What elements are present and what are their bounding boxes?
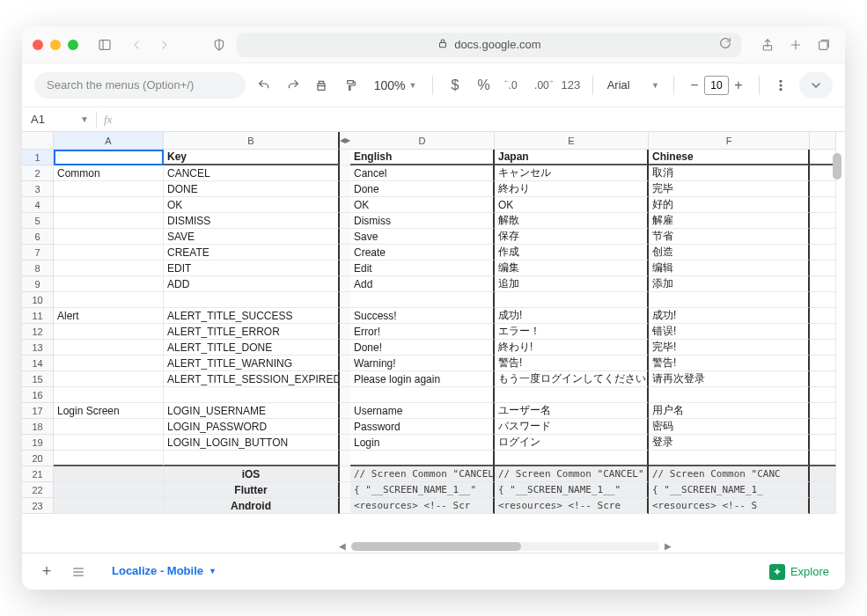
cell[interactable]: OK (495, 197, 649, 213)
more-toolbar-button[interactable] (770, 74, 792, 97)
cell[interactable]: 取消 (649, 165, 810, 181)
cell[interactable] (810, 229, 836, 245)
row-header[interactable]: 10 (22, 292, 54, 308)
cell[interactable]: LOGIN_LOGIN_BUTTON (164, 435, 340, 451)
cell[interactable] (164, 451, 340, 466)
cell[interactable]: 编辑 (649, 260, 810, 276)
cell[interactable]: 保存 (495, 229, 649, 245)
cell[interactable]: 好的 (649, 197, 810, 213)
cell[interactable] (54, 435, 164, 451)
row-header[interactable]: 6 (22, 229, 54, 245)
cell[interactable] (810, 197, 836, 213)
cell[interactable] (810, 451, 836, 466)
cell[interactable]: 解散 (495, 213, 649, 229)
cell[interactable]: <resources> <!-- Scr (350, 498, 495, 514)
cell[interactable] (810, 245, 836, 260)
scrollbar-thumb[interactable] (351, 542, 521, 551)
cell[interactable]: <resources> <!-- S (649, 498, 810, 514)
cell[interactable]: { "__SCREEN_NAME_1__" (350, 482, 495, 498)
cell[interactable] (810, 466, 836, 482)
cell[interactable] (54, 276, 164, 292)
privacy-shield-icon[interactable] (209, 34, 230, 55)
cell[interactable]: 登录 (649, 435, 810, 451)
cell[interactable]: Please login again (350, 371, 495, 387)
cell[interactable] (54, 245, 164, 260)
cell[interactable] (350, 387, 495, 403)
horizontal-scrollbar[interactable]: ◀ ▶ (351, 542, 659, 551)
cell[interactable]: // Screen Common "CANCEL" (495, 466, 649, 482)
cell[interactable]: 请再次登录 (649, 371, 810, 387)
column-header-G[interactable] (810, 132, 836, 150)
cell[interactable]: エラー！ (495, 324, 649, 340)
cell[interactable]: Done (350, 181, 495, 197)
cell[interactable] (810, 387, 836, 403)
row-header[interactable]: 14 (22, 356, 54, 371)
cell[interactable]: Edit (350, 260, 495, 276)
cell[interactable] (649, 292, 810, 308)
currency-format-button[interactable]: $ (444, 74, 466, 97)
cell[interactable] (649, 387, 810, 403)
cell[interactable]: ALERT_TITLE_ERROR (164, 324, 340, 340)
fullscreen-window-button[interactable] (68, 40, 78, 50)
cell[interactable] (810, 435, 836, 451)
row-header[interactable]: 9 (22, 276, 54, 292)
cell[interactable]: 创造 (649, 245, 810, 260)
row-header[interactable]: 8 (22, 260, 54, 276)
cell[interactable] (495, 387, 649, 403)
cell[interactable]: パスワード (495, 419, 649, 435)
cell[interactable]: Alert (54, 308, 164, 324)
cell[interactable] (54, 498, 164, 514)
cell[interactable]: Password (350, 419, 495, 435)
cell[interactable] (54, 260, 164, 276)
cell[interactable]: Login Screen (54, 403, 164, 419)
increase-font-size-button[interactable]: + (729, 76, 748, 95)
cell[interactable]: 节省 (649, 229, 810, 245)
cell[interactable] (810, 403, 836, 419)
cell[interactable]: 添加 (649, 276, 810, 292)
row-header[interactable]: 19 (22, 435, 54, 451)
cell[interactable] (54, 387, 164, 403)
cell[interactable] (164, 387, 340, 403)
cell[interactable]: Common (54, 165, 164, 181)
cell[interactable]: LOGIN_PASSWORD (164, 419, 340, 435)
row-header[interactable]: 7 (22, 245, 54, 260)
cell[interactable]: Done! (350, 340, 495, 356)
cell[interactable]: ALERT_TITLE_SESSION_EXPIRED (164, 371, 340, 387)
undo-button[interactable] (253, 74, 275, 97)
cell[interactable]: ALERT_TITLE_WARNING (164, 356, 340, 371)
cell[interactable]: 完毕! (649, 340, 810, 356)
cell[interactable]: ログイン (495, 435, 649, 451)
all-sheets-button[interactable] (70, 565, 87, 579)
cell[interactable]: Key (164, 150, 340, 165)
column-header-A[interactable]: A (54, 132, 164, 150)
cell[interactable] (54, 356, 164, 371)
select-all-corner[interactable] (22, 132, 54, 150)
column-header-D[interactable]: D (350, 132, 495, 150)
cell[interactable] (810, 213, 836, 229)
row-header[interactable]: 2 (22, 165, 54, 181)
cell[interactable] (54, 229, 164, 245)
row-header[interactable]: 3 (22, 181, 54, 197)
redo-button[interactable] (282, 74, 304, 97)
cell[interactable]: Warning! (350, 356, 495, 371)
cell[interactable]: { "__SCREEN_NAME_1__" (495, 482, 649, 498)
cell[interactable]: English (350, 150, 495, 165)
vertical-scrollbar[interactable] (833, 153, 841, 180)
cell[interactable]: Login (350, 435, 495, 451)
cell[interactable]: 编集 (495, 260, 649, 276)
zoom-select[interactable]: 100% ▼ (369, 78, 422, 92)
spreadsheet-grid[interactable]: AB◀▶DEF1KeyEnglishJapanChinese2CommonCAN… (22, 132, 845, 553)
row-header[interactable]: 13 (22, 340, 54, 356)
cell[interactable]: SAVE (164, 229, 340, 245)
forward-button[interactable] (154, 34, 175, 55)
row-header[interactable]: 5 (22, 213, 54, 229)
cell[interactable]: 错误! (649, 324, 810, 340)
cell[interactable]: 成功! (649, 308, 810, 324)
row-header[interactable]: 21 (22, 466, 54, 482)
back-button[interactable] (126, 34, 147, 55)
row-header[interactable]: 17 (22, 403, 54, 419)
column-header-B[interactable]: B (164, 132, 340, 150)
cell[interactable]: 解雇 (649, 213, 810, 229)
cell[interactable] (810, 292, 836, 308)
cell[interactable]: OK (350, 197, 495, 213)
